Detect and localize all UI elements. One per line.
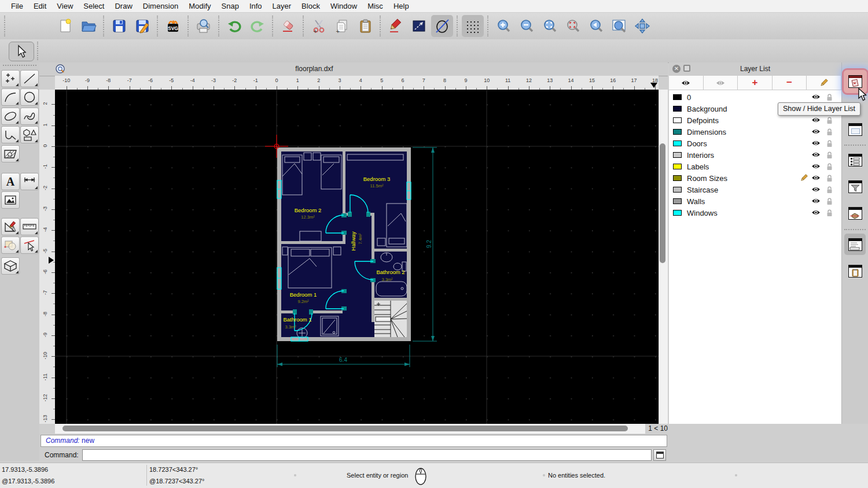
vertical-scrollbar-thumb[interactable] — [660, 143, 665, 263]
polylines-tool[interactable] — [1, 126, 20, 143]
edit-pencil-button[interactable] — [384, 14, 407, 38]
menu-edit[interactable]: Edit — [28, 0, 52, 13]
layer-lock-icon[interactable] — [826, 139, 833, 147]
layer-lock-icon[interactable] — [826, 93, 833, 101]
zoom-selection-button[interactable] — [561, 14, 584, 38]
layer-row[interactable]: Defpoints — [669, 114, 841, 126]
menu-view[interactable]: View — [52, 0, 78, 13]
menu-select[interactable]: Select — [78, 0, 109, 13]
menu-dimension[interactable]: Dimension — [138, 0, 183, 13]
menu-misc[interactable]: Misc — [362, 0, 388, 13]
cut-button[interactable]: + — [307, 14, 330, 38]
layer-row[interactable]: 0 — [669, 91, 841, 103]
selection-arrow-button[interactable] — [9, 42, 34, 61]
layer-row[interactable]: Room Sizes — [669, 172, 841, 184]
modify-select-tool[interactable] — [20, 236, 39, 254]
layer-visibility-eye-icon[interactable] — [811, 186, 821, 193]
hide-all-layers-button[interactable] — [704, 76, 738, 90]
drawing-canvas[interactable]: Bedroom 2 12.3m² Bedroom 3 11.5m² Bedroo… — [55, 90, 659, 424]
layer-row[interactable]: Dimensions — [669, 126, 841, 138]
modify-tool[interactable] — [1, 236, 20, 254]
layer-lock-icon[interactable] — [826, 128, 833, 136]
dimensions-tool[interactable] — [20, 173, 39, 190]
layer-row[interactable]: Doors — [669, 138, 841, 149]
save-as-button[interactable] — [131, 14, 154, 38]
add-layer-button[interactable]: + — [738, 76, 773, 90]
redo-button[interactable] — [246, 14, 269, 38]
export-svg-button[interactable]: SVG — [161, 14, 185, 38]
layer-lock-icon[interactable] — [826, 197, 833, 205]
layer-visibility-eye-icon[interactable] — [811, 140, 821, 146]
command-line-button[interactable] — [844, 234, 866, 255]
layer-lock-icon[interactable] — [826, 116, 833, 124]
text-tool[interactable]: A — [1, 173, 20, 190]
layer-visibility-eye-icon[interactable] — [811, 117, 821, 123]
layer-row[interactable]: Labels — [669, 161, 841, 172]
layer-row[interactable]: Interiors — [669, 149, 841, 161]
layer-visibility-eye-icon[interactable] — [811, 94, 821, 100]
delete-eraser-button[interactable] — [277, 14, 300, 38]
splines-tool[interactable] — [20, 108, 39, 125]
layer-visibility-eye-icon[interactable] — [811, 151, 821, 158]
layer-visibility-eye-icon[interactable] — [811, 175, 821, 181]
circles-tool[interactable] — [20, 88, 39, 106]
layer-lock-icon[interactable] — [826, 209, 833, 217]
measure-tool[interactable] — [20, 218, 39, 235]
layer-visibility-eye-icon[interactable] — [811, 128, 821, 135]
menu-snap[interactable]: Snap — [216, 0, 244, 13]
ellipses-tool[interactable] — [1, 108, 20, 125]
draft-mode-button[interactable] — [431, 15, 453, 37]
toolbar-handle[interactable] — [4, 16, 6, 36]
new-file-button[interactable] — [54, 14, 77, 38]
grid-toggle-button[interactable] — [462, 15, 484, 37]
hatches-tool[interactable] — [1, 145, 20, 162]
property-editor-button[interactable] — [844, 119, 866, 140]
menu-help[interactable]: Help — [388, 0, 414, 13]
clipboard-panel-button[interactable] — [844, 260, 866, 282]
layer-lock-icon[interactable] — [826, 174, 833, 182]
zoom-in-button[interactable] — [492, 14, 515, 38]
menu-layer[interactable]: Layer — [267, 0, 297, 13]
menu-block[interactable]: Block — [296, 0, 325, 13]
menu-window[interactable]: Window — [325, 0, 362, 13]
horizontal-scrollbar-thumb[interactable] — [62, 426, 628, 431]
previous-view-button[interactable] — [584, 14, 608, 38]
print-preview-button[interactable] — [192, 14, 215, 38]
show-all-layers-button[interactable] — [669, 76, 704, 90]
remove-layer-button[interactable]: − — [773, 76, 807, 90]
undo-button[interactable] — [223, 14, 246, 38]
line-tool-button[interactable] — [407, 14, 431, 38]
layer-list-header[interactable]: ✕ Layer List — [669, 62, 841, 76]
pan-button[interactable] — [631, 14, 654, 38]
menu-info[interactable]: Info — [244, 0, 267, 13]
layer-row[interactable]: Staircase — [669, 184, 841, 195]
layer-row[interactable]: Walls — [669, 195, 841, 207]
layer-visibility-eye-icon[interactable] — [811, 209, 821, 216]
layer-visibility-eye-icon[interactable] — [811, 198, 821, 204]
arcs-tool[interactable] — [1, 88, 20, 106]
zoom-window-button[interactable] — [608, 14, 631, 38]
copy-button[interactable]: + — [330, 14, 354, 38]
open-file-button[interactable] — [77, 14, 100, 38]
layer-lock-icon[interactable] — [826, 186, 833, 194]
menu-modify[interactable]: Modify — [183, 0, 216, 13]
zoom-out-button[interactable] — [515, 14, 538, 38]
edit-layer-button[interactable] — [807, 76, 841, 90]
command-panel-toggle-button[interactable] — [653, 449, 666, 461]
menu-file[interactable]: File — [6, 0, 28, 13]
layer-row[interactable]: Windows — [669, 207, 841, 219]
layer-lock-icon[interactable] — [826, 151, 833, 159]
draw-misc-tool[interactable] — [1, 218, 20, 235]
block-list-button[interactable] — [844, 149, 866, 171]
shapes-tool[interactable] — [20, 126, 39, 143]
command-input[interactable] — [82, 449, 652, 461]
image-tool[interactable] — [1, 191, 20, 209]
save-button[interactable] — [108, 14, 131, 38]
selection-filter-button[interactable] — [844, 176, 866, 197]
layer-visibility-eye-icon[interactable] — [811, 163, 821, 169]
paste-button[interactable] — [354, 14, 377, 38]
auto-zoom-button[interactable] — [538, 14, 561, 38]
menu-draw[interactable]: Draw — [109, 0, 137, 13]
viewport-3d-tool[interactable] — [1, 257, 20, 275]
library-browser-button[interactable] — [844, 202, 866, 224]
